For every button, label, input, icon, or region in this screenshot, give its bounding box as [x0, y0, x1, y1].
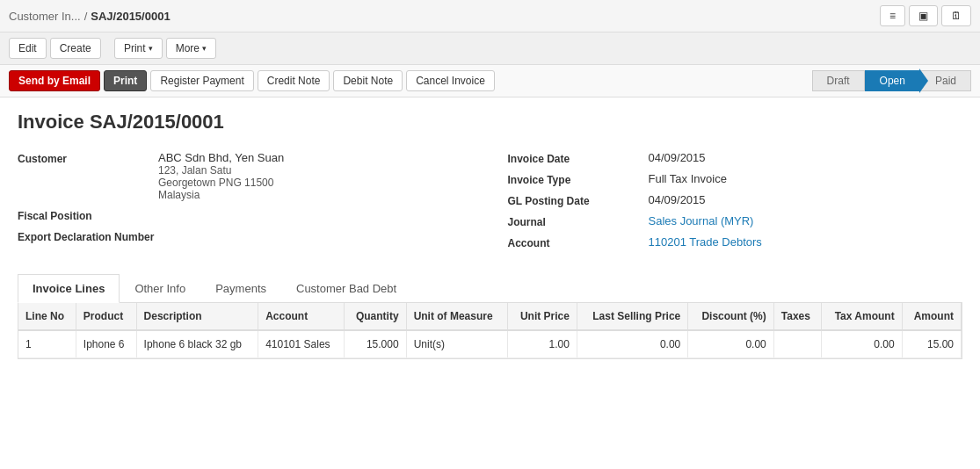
more-button[interactable]: More ▾ — [166, 38, 216, 59]
tab-payments[interactable]: Payments — [200, 274, 281, 303]
debit-note-button[interactable]: Debit Note — [333, 70, 403, 91]
invoice-lines-table-section: Line No Product Description Account Quan… — [18, 303, 962, 359]
invoice-date-row: Invoice Date 04/09/2015 — [508, 151, 963, 165]
col-unit-price: Unit Price — [508, 303, 577, 330]
cancel-invoice-button[interactable]: Cancel Invoice — [406, 70, 495, 91]
col-account: Account — [258, 303, 345, 330]
export-declaration-row: Export Declaration Number — [18, 229, 473, 243]
account-row: Account 110201 Trade Debtors — [508, 235, 963, 249]
main-content: Invoice SAJ/2015/0001 Customer ABC Sdn B… — [0, 97, 980, 372]
col-quantity: Quantity — [344, 303, 406, 330]
breadcrumb-current: SAJ/2015/0001 — [91, 10, 170, 23]
cell-product: Iphone 6 — [76, 330, 136, 358]
cell-quantity: 15.000 — [344, 330, 406, 358]
invoice-date-value: 04/09/2015 — [649, 151, 706, 164]
send-email-button[interactable]: Send by Email — [9, 70, 100, 91]
tab-invoice-lines[interactable]: Invoice Lines — [18, 274, 120, 303]
invoice-type-row: Invoice Type Full Tax Invoice — [508, 172, 963, 186]
gl-posting-date-row: GL Posting Date 04/09/2015 — [508, 193, 963, 207]
account-value[interactable]: 110201 Trade Debtors — [649, 235, 762, 249]
col-taxes: Taxes — [773, 303, 821, 330]
breadcrumb-parent[interactable]: Customer In... — [9, 10, 81, 23]
col-description: Description — [136, 303, 258, 330]
col-line-no: Line No — [18, 303, 76, 330]
cell-amount: 15.00 — [902, 330, 961, 358]
action-bar: Send by Email Print Register Payment Cre… — [0, 65, 980, 97]
list-view-button[interactable]: ≡ — [880, 5, 905, 26]
breadcrumb-bar: Customer In... / SAJ/2015/0001 ≡ ▣ 🗓 — [0, 0, 980, 32]
col-amount: Amount — [902, 303, 961, 330]
breadcrumb: Customer In... / SAJ/2015/0001 — [9, 10, 171, 23]
customer-address3: Malaysia — [158, 189, 284, 201]
customer-address1: 123, Jalan Satu — [158, 164, 284, 177]
main-toolbar: Edit Create Print ▾ More ▾ — [0, 32, 980, 65]
print-button[interactable]: Print ▾ — [114, 38, 163, 59]
calendar-view-button[interactable]: 🗓 — [941, 5, 971, 26]
customer-name[interactable]: ABC Sdn Bhd, Yen Suan — [158, 151, 284, 164]
status-draft[interactable]: Draft — [812, 70, 865, 91]
invoice-type-value: Full Tax Invoice — [649, 172, 727, 185]
col-unit-measure: Unit of Measure — [406, 303, 508, 330]
gl-posting-date-value: 04/09/2015 — [649, 193, 706, 206]
customer-label: Customer — [18, 151, 158, 165]
tab-customer-bad-debt[interactable]: Customer Bad Debt — [281, 274, 411, 303]
cell-unit-price: 1.00 — [508, 330, 577, 358]
col-last-selling-price: Last Selling Price — [577, 303, 687, 330]
tab-bar: Invoice Lines Other Info Payments Custom… — [18, 274, 962, 303]
more-caret: ▾ — [202, 44, 207, 53]
cell-last-selling-price: 0.00 — [577, 330, 687, 358]
cell-discount: 0.00 — [688, 330, 774, 358]
cell-line-no: 1 — [18, 330, 76, 358]
register-payment-button[interactable]: Register Payment — [150, 70, 253, 91]
customer-value: ABC Sdn Bhd, Yen Suan 123, Jalan Satu Ge… — [158, 151, 284, 201]
customer-row: Customer ABC Sdn Bhd, Yen Suan 123, Jala… — [18, 151, 473, 201]
form-left: Customer ABC Sdn Bhd, Yen Suan 123, Jala… — [18, 151, 473, 256]
page-title: Invoice SAJ/2015/0001 — [18, 111, 962, 133]
print-caret: ▾ — [149, 44, 153, 53]
customer-address2: Georgetown PNG 11500 — [158, 177, 284, 189]
cell-taxes — [773, 330, 821, 358]
journal-label: Journal — [508, 214, 649, 228]
status-open[interactable]: Open — [865, 70, 920, 91]
view-switcher: ≡ ▣ 🗓 — [880, 5, 971, 26]
invoice-date-label: Invoice Date — [508, 151, 649, 165]
table-body: 1 Iphone 6 Iphone 6 black 32 gb 410101 S… — [18, 330, 962, 358]
status-bar: Draft Open Paid — [812, 70, 971, 91]
workflow-buttons: Send by Email Print Register Payment Cre… — [9, 70, 495, 91]
fiscal-position-row: Fiscal Position — [18, 208, 473, 222]
col-product: Product — [76, 303, 136, 330]
journal-row: Journal Sales Journal (MYR) — [508, 214, 963, 228]
fiscal-position-label: Fiscal Position — [18, 208, 158, 222]
table-row[interactable]: 1 Iphone 6 Iphone 6 black 32 gb 410101 S… — [18, 330, 962, 358]
invoice-lines-table: Line No Product Description Account Quan… — [18, 303, 962, 358]
invoice-form: Customer ABC Sdn Bhd, Yen Suan 123, Jala… — [18, 151, 962, 256]
cell-account: 410101 Sales — [258, 330, 345, 358]
account-label: Account — [508, 235, 649, 249]
cell-description: Iphone 6 black 32 gb — [136, 330, 258, 358]
cell-tax-amount: 0.00 — [821, 330, 902, 358]
form-right: Invoice Date 04/09/2015 Invoice Type Ful… — [508, 151, 963, 256]
breadcrumb-separator: / — [84, 10, 88, 23]
edit-button[interactable]: Edit — [9, 38, 47, 59]
edit-create-buttons: Edit Create Print ▾ More ▾ — [9, 38, 216, 59]
cell-unit-measure: Unit(s) — [406, 330, 508, 358]
col-discount: Discount (%) — [688, 303, 774, 330]
export-declaration-label: Export Declaration Number — [18, 229, 158, 243]
journal-value[interactable]: Sales Journal (MYR) — [649, 214, 754, 227]
table-header-row: Line No Product Description Account Quan… — [18, 303, 962, 330]
create-button[interactable]: Create — [50, 38, 101, 59]
gl-posting-date-label: GL Posting Date — [508, 193, 649, 207]
credit-note-button[interactable]: Credit Note — [258, 70, 330, 91]
print-invoice-button[interactable]: Print — [104, 70, 147, 91]
tab-other-info[interactable]: Other Info — [120, 274, 200, 303]
invoice-type-label: Invoice Type — [508, 172, 649, 186]
grid-view-button[interactable]: ▣ — [909, 5, 938, 26]
col-tax-amount: Tax Amount — [821, 303, 902, 330]
